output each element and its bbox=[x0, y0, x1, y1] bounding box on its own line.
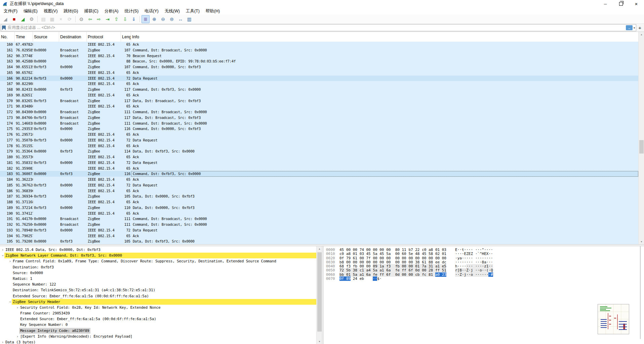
ascii-char[interactable]: E bbox=[484, 252, 486, 256]
menu-item-s[interactable]: 统计(S) bbox=[121, 8, 142, 14]
packet-row[interactable]: 16590.657023IEEE 802.15.465Ack bbox=[0, 70, 638, 76]
packet-row[interactable]: 19591.7920010x00000xfbf3ZigBee105Data, D… bbox=[0, 239, 638, 244]
hex-byte[interactable]: bb bbox=[339, 272, 344, 277]
hex-byte[interactable]: 01 bbox=[435, 248, 440, 252]
hex-byte[interactable]: 00 bbox=[373, 256, 377, 260]
hex-byte[interactable]: 5b bbox=[346, 268, 351, 272]
hex-byte[interactable]: 5e bbox=[408, 252, 413, 256]
ascii-char[interactable]: · bbox=[480, 264, 482, 268]
hex-byte[interactable]: 0d bbox=[395, 272, 400, 277]
packet-row[interactable]: 18891.371168IEEE 802.15.465Ack bbox=[0, 199, 638, 205]
ascii-char[interactable]: · bbox=[471, 248, 473, 252]
detail-line[interactable]: Frame Counter: 29053439 bbox=[0, 310, 316, 316]
packet-row[interactable]: 17591.2935350xfbf30x0000ZigBee116Command… bbox=[0, 126, 638, 132]
hex-byte[interactable]: ff bbox=[435, 268, 440, 272]
ascii-char[interactable]: · bbox=[462, 252, 464, 256]
hex-byte[interactable]: b8 bbox=[339, 260, 344, 264]
last-packet-icon[interactable]: ⇩ bbox=[121, 15, 129, 23]
packet-row[interactable]: 17691.295710IEEE 802.15.465Ack bbox=[0, 132, 638, 137]
previous-packet-icon[interactable]: ⇦ bbox=[86, 15, 94, 23]
hex-byte[interactable]: 61 bbox=[353, 256, 357, 260]
expand-icon[interactable]: › bbox=[16, 334, 19, 339]
hex-byte[interactable]: fb bbox=[353, 264, 357, 268]
hex-byte[interactable]: 00 bbox=[360, 260, 364, 264]
hex-byte[interactable]: c0 bbox=[422, 248, 426, 252]
ascii-char[interactable]: · bbox=[491, 252, 493, 256]
hex-byte[interactable]: 00 bbox=[379, 260, 384, 264]
hex-byte[interactable]: 24 bbox=[353, 276, 357, 281]
hex-byte[interactable]: 00 bbox=[402, 260, 406, 264]
hex-byte[interactable]: 81 bbox=[429, 272, 433, 277]
filter-dropdown-icon[interactable]: ▾ bbox=[634, 26, 635, 30]
hex-byte[interactable]: 01 bbox=[442, 252, 446, 256]
ascii-char[interactable]: · bbox=[462, 260, 464, 264]
ascii-char[interactable]: · bbox=[477, 264, 480, 268]
ascii-char[interactable]: · bbox=[488, 272, 491, 277]
packet-row[interactable]: 16690.8221410xfbf30x0000IEEE 802.15.472D… bbox=[0, 76, 638, 81]
packet-row[interactable]: 17390.8476640xfbf3BroadcastZigBee117Data… bbox=[0, 115, 638, 121]
hex-byte[interactable]: 00 bbox=[346, 260, 351, 264]
hex-byte[interactable]: 00 bbox=[402, 272, 406, 277]
detail-line[interactable]: ›ZigBee Security Header bbox=[0, 299, 316, 305]
hex-byte[interactable]: 51 bbox=[442, 268, 446, 272]
packet-row[interactable]: 19091.374127IEEE 802.15.465Ack bbox=[0, 211, 638, 216]
ascii-char[interactable]: · bbox=[462, 256, 464, 260]
ascii-char[interactable]: · bbox=[477, 260, 480, 264]
ascii-char[interactable]: E bbox=[455, 248, 457, 252]
collapse-icon[interactable]: › bbox=[0, 254, 6, 257]
ascii-char[interactable]: · bbox=[491, 264, 493, 268]
packet-row[interactable]: 17491.1460380x0000BroadcastZigBee111Comm… bbox=[0, 121, 638, 126]
expand-icon[interactable]: › bbox=[8, 258, 12, 264]
ascii-char[interactable]: · bbox=[480, 256, 482, 260]
ascii-char[interactable]: · bbox=[491, 260, 493, 264]
hex-byte[interactable]: 01 bbox=[415, 264, 419, 268]
packet-row[interactable]: 19291.7625040x0000BroadcastZigBee111Comm… bbox=[0, 222, 638, 227]
hex-byte[interactable]: 6a bbox=[366, 272, 371, 277]
ascii-char[interactable]: Z bbox=[466, 268, 469, 272]
capture-options-icon[interactable]: ⚙ bbox=[28, 15, 36, 23]
packet-row[interactable]: 16067.497820IEEE 802.15.465Ack bbox=[0, 42, 638, 47]
hex-byte[interactable]: 80 bbox=[395, 248, 400, 252]
ascii-char[interactable]: · bbox=[480, 260, 482, 264]
colorize-icon[interactable]: ≣ bbox=[142, 15, 150, 23]
hex-byte[interactable]: 00 bbox=[422, 268, 426, 272]
add-filter-button-plus[interactable]: + bbox=[636, 25, 643, 31]
packet-row[interactable]: 18391.3600710x00000xfbf3ZigBee116Command… bbox=[0, 171, 638, 177]
ascii-char[interactable]: ^ bbox=[480, 252, 482, 256]
detail-line[interactable]: Message Integrity Code: a0230f89 bbox=[0, 328, 316, 334]
hex-byte[interactable]: 45 bbox=[422, 252, 426, 256]
hex-byte[interactable]: 88 bbox=[429, 260, 433, 264]
detail-line[interactable]: Destination: 0xfbf3 bbox=[0, 264, 316, 270]
scrollbar-thumb[interactable] bbox=[317, 252, 322, 332]
hex-byte[interactable]: 68 bbox=[339, 264, 344, 268]
detail-line[interactable]: ›Data (3 bytes) bbox=[0, 339, 316, 344]
ascii-char[interactable]: · bbox=[462, 272, 464, 277]
hex-byte[interactable]: 0f bbox=[339, 256, 344, 260]
ascii-char[interactable]: · bbox=[459, 260, 462, 264]
hex-byte[interactable]: 00 bbox=[402, 256, 406, 260]
column-header-dst[interactable]: Destination bbox=[59, 32, 87, 42]
ascii-char[interactable]: · bbox=[477, 272, 480, 277]
hex-byte[interactable]: 5a bbox=[386, 252, 391, 256]
hex-byte[interactable]: 00 bbox=[373, 248, 377, 252]
hex-byte[interactable]: a1 bbox=[360, 272, 364, 277]
ascii-char[interactable]: # bbox=[491, 272, 493, 277]
ascii-char[interactable]: · bbox=[488, 252, 491, 256]
ascii-char[interactable]: 8 bbox=[459, 268, 462, 272]
hex-byte[interactable]: ff bbox=[379, 272, 384, 277]
packet-row[interactable]: 16890.8243310x00000xfbf3ZigBee117Command… bbox=[0, 87, 638, 92]
ascii-char[interactable]: · bbox=[459, 252, 462, 256]
hex-byte[interactable]: e5 bbox=[442, 264, 446, 268]
ascii-char[interactable]: · bbox=[466, 260, 469, 264]
detail-pane-scrollbar[interactable]: ▲ ▼ bbox=[316, 246, 322, 344]
packet-row[interactable]: 16990.826517IEEE 802.15.465Ack bbox=[0, 92, 638, 98]
hex-byte[interactable]: 6f bbox=[386, 272, 391, 277]
hex-byte[interactable]: 74 bbox=[360, 248, 364, 252]
hex-byte[interactable]: fb bbox=[395, 264, 400, 268]
first-packet-icon[interactable]: ⇧ bbox=[112, 15, 120, 23]
hex-byte[interactable]: 00 bbox=[366, 260, 371, 264]
hex-byte[interactable]: 00 bbox=[373, 260, 377, 264]
hex-byte[interactable]: fe bbox=[373, 272, 377, 277]
packet-row[interactable]: 16390.4258880x0000ZigBee88Beacon, Src: 0… bbox=[0, 58, 638, 64]
detail-line[interactable]: ›ZigBee Network Layer Command, Dst: 0xfb… bbox=[0, 253, 316, 258]
